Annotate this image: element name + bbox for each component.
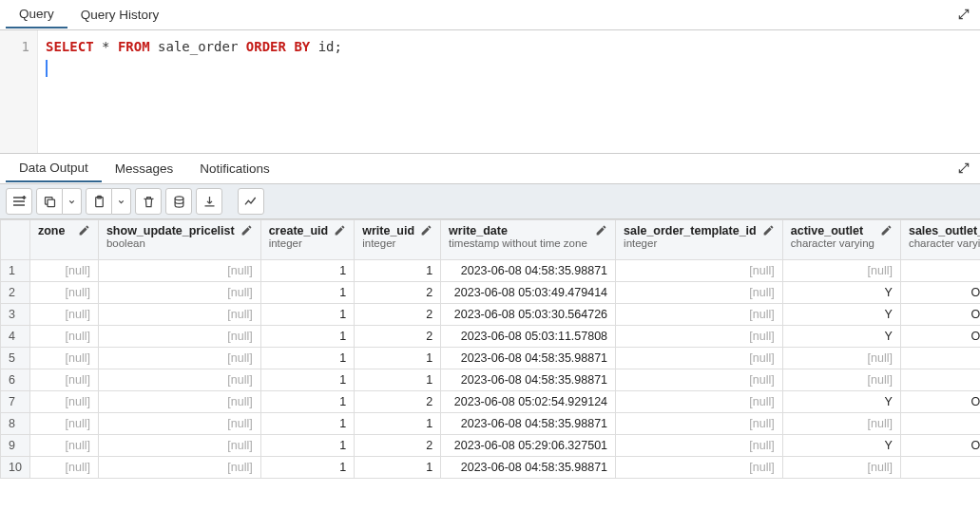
cell-write_uid[interactable]: 2 <box>355 282 441 304</box>
cell-zone[interactable]: [null] <box>29 326 98 348</box>
row-number-cell[interactable]: 2 <box>1 282 30 304</box>
cell-sales_outlet_id[interactable]: [null] <box>900 369 980 391</box>
column-header-zone[interactable]: zone <box>29 220 98 260</box>
cell-zone[interactable]: [null] <box>29 413 98 435</box>
cell-active_outlet[interactable]: [null] <box>782 260 900 282</box>
row-number-cell[interactable]: 8 <box>1 413 30 435</box>
row-number-cell[interactable]: 3 <box>1 304 30 326</box>
cell-create_uid[interactable]: 1 <box>260 348 355 369</box>
cell-write_date[interactable]: 2023-06-08 04:58:35.98871 <box>441 260 616 282</box>
table-row[interactable]: 4[null][null]122023-06-08 05:03:11.57808… <box>1 326 981 348</box>
edit-column-icon[interactable] <box>334 224 346 237</box>
cell-write_uid[interactable]: 2 <box>355 435 441 457</box>
cell-sales_outlet_id[interactable]: Outlet 1 <box>900 391 980 413</box>
delete-row-button[interactable] <box>135 188 162 215</box>
cell-write_date[interactable]: 2023-06-08 04:58:35.98871 <box>441 348 616 369</box>
tab-query[interactable]: Query <box>6 1 67 28</box>
cell-sales_outlet_id[interactable]: Outlet 2 <box>900 326 980 348</box>
cell-create_uid[interactable]: 1 <box>260 304 355 326</box>
row-number-cell[interactable]: 1 <box>1 260 30 282</box>
save-data-button[interactable] <box>165 188 192 215</box>
copy-button[interactable] <box>36 188 63 215</box>
paste-button[interactable] <box>86 188 112 215</box>
cell-write_uid[interactable]: 2 <box>355 326 441 348</box>
cell-write_uid[interactable]: 1 <box>355 457 441 479</box>
cell-active_outlet[interactable]: Y <box>782 435 900 457</box>
add-row-button[interactable] <box>6 188 32 215</box>
edit-column-icon[interactable] <box>595 224 607 237</box>
row-number-cell[interactable]: 5 <box>1 348 30 369</box>
cell-show_update_pricelist[interactable]: [null] <box>98 326 260 348</box>
cell-create_uid[interactable]: 1 <box>260 435 355 457</box>
cell-sale_order_template_id[interactable]: [null] <box>616 348 783 369</box>
table-row[interactable]: 1[null][null]112023-06-08 04:58:35.98871… <box>1 260 981 282</box>
table-row[interactable]: 3[null][null]122023-06-08 05:03:30.56472… <box>1 304 981 326</box>
cell-active_outlet[interactable]: Y <box>782 304 900 326</box>
cell-create_uid[interactable]: 1 <box>260 369 355 391</box>
cell-write_uid[interactable]: 1 <box>355 413 441 435</box>
cell-sale_order_template_id[interactable]: [null] <box>616 282 783 304</box>
cell-sales_outlet_id[interactable]: [null] <box>900 260 980 282</box>
table-row[interactable]: 7[null][null]122023-06-08 05:02:54.92912… <box>1 391 981 413</box>
cell-sale_order_template_id[interactable]: [null] <box>616 413 783 435</box>
row-number-cell[interactable]: 10 <box>1 457 30 479</box>
cell-write_date[interactable]: 2023-06-08 04:58:35.98871 <box>441 413 616 435</box>
cell-write_date[interactable]: 2023-06-08 04:58:35.98871 <box>441 457 616 479</box>
cell-write_date[interactable]: 2023-06-08 05:02:54.929124 <box>441 391 616 413</box>
cell-write_uid[interactable]: 1 <box>355 348 441 369</box>
cell-sale_order_template_id[interactable]: [null] <box>616 260 783 282</box>
cell-active_outlet[interactable]: Y <box>782 326 900 348</box>
cell-sales_outlet_id[interactable]: Outlet 4 <box>900 435 980 457</box>
cell-write_date[interactable]: 2023-06-08 05:29:06.327501 <box>441 435 616 457</box>
row-number-cell[interactable]: 6 <box>1 369 30 391</box>
cell-show_update_pricelist[interactable]: [null] <box>98 260 260 282</box>
cell-active_outlet[interactable]: Y <box>782 282 900 304</box>
download-button[interactable] <box>196 188 222 215</box>
edit-column-icon[interactable] <box>78 224 90 237</box>
cell-zone[interactable]: [null] <box>29 457 98 479</box>
cell-write_date[interactable]: 2023-06-08 05:03:30.564726 <box>441 304 616 326</box>
cell-show_update_pricelist[interactable]: [null] <box>98 348 260 369</box>
cell-create_uid[interactable]: 1 <box>260 326 355 348</box>
cell-show_update_pricelist[interactable]: [null] <box>98 369 260 391</box>
cell-show_update_pricelist[interactable]: [null] <box>98 413 260 435</box>
cell-write_uid[interactable]: 1 <box>355 369 441 391</box>
column-header-sale_order_template_id[interactable]: sale_order_template_idinteger <box>616 220 783 260</box>
row-number-cell[interactable]: 7 <box>1 391 30 413</box>
cell-write_date[interactable]: 2023-06-08 05:03:49.479414 <box>441 282 616 304</box>
row-number-header[interactable] <box>1 220 30 260</box>
sql-editor[interactable]: 1 SELECT * FROM sale_order ORDER BY id; <box>0 30 980 154</box>
cell-sale_order_template_id[interactable]: [null] <box>616 457 783 479</box>
cell-sales_outlet_id[interactable]: Outlet 1 <box>900 304 980 326</box>
editor-code[interactable]: SELECT * FROM sale_order ORDER BY id; <box>38 30 980 153</box>
cell-show_update_pricelist[interactable]: [null] <box>98 304 260 326</box>
edit-column-icon[interactable] <box>240 224 253 237</box>
maximize-output-icon[interactable] <box>955 160 972 177</box>
cell-create_uid[interactable]: 1 <box>260 282 355 304</box>
cell-write_uid[interactable]: 1 <box>355 260 441 282</box>
chart-view-button[interactable] <box>238 188 264 215</box>
cell-zone[interactable]: [null] <box>29 282 98 304</box>
cell-sales_outlet_id[interactable]: [null] <box>900 348 980 369</box>
tab-messages[interactable]: Messages <box>102 156 187 181</box>
table-row[interactable]: 5[null][null]112023-06-08 04:58:35.98871… <box>1 348 981 369</box>
cell-write_uid[interactable]: 2 <box>355 391 441 413</box>
cell-sale_order_template_id[interactable]: [null] <box>616 391 783 413</box>
cell-active_outlet[interactable]: [null] <box>782 413 900 435</box>
column-header-active_outlet[interactable]: active_outletcharacter varying <box>782 220 900 260</box>
cell-sales_outlet_id[interactable]: Outlet 3 <box>900 282 980 304</box>
edit-column-icon[interactable] <box>880 224 893 237</box>
cell-zone[interactable]: [null] <box>29 369 98 391</box>
cell-sales_outlet_id[interactable]: [null] <box>900 457 980 479</box>
row-number-cell[interactable]: 4 <box>1 326 30 348</box>
column-header-create_uid[interactable]: create_uidinteger <box>260 220 355 260</box>
cell-sale_order_template_id[interactable]: [null] <box>616 435 783 457</box>
table-row[interactable]: 2[null][null]122023-06-08 05:03:49.47941… <box>1 282 981 304</box>
maximize-editor-icon[interactable] <box>955 6 972 23</box>
cell-zone[interactable]: [null] <box>29 348 98 369</box>
table-row[interactable]: 8[null][null]112023-06-08 04:58:35.98871… <box>1 413 981 435</box>
paste-dropdown[interactable] <box>112 188 131 215</box>
row-number-cell[interactable]: 9 <box>1 435 30 457</box>
edit-column-icon[interactable] <box>420 224 432 237</box>
cell-create_uid[interactable]: 1 <box>260 413 355 435</box>
